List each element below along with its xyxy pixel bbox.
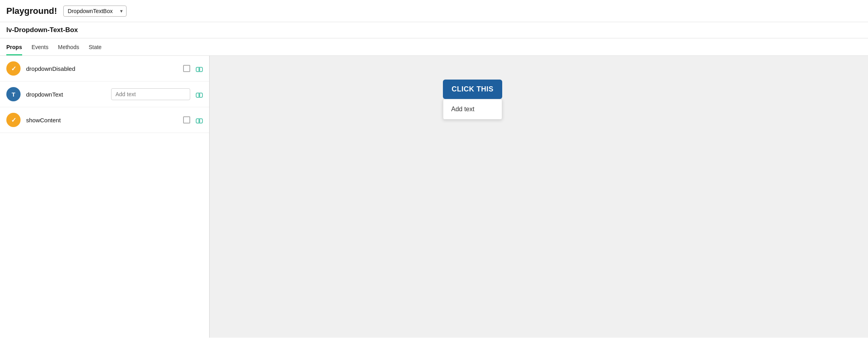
check-icon: ✓	[11, 65, 16, 72]
top-bar: Playground! DropdownTextBox ▼	[0, 0, 868, 22]
input-dropdownText[interactable]	[111, 88, 190, 100]
prop-control-dropdownText	[111, 88, 190, 100]
component-name-bar: lv-Dropdown-Text-Box	[0, 22, 868, 38]
checkbox-showContent[interactable]	[183, 116, 190, 123]
checkbox-dropdownDisabled[interactable]	[183, 65, 190, 72]
link-icon-dropdownText	[196, 91, 203, 97]
prop-control-showContent	[183, 116, 190, 123]
tabs-bar: Props Events Methods State	[0, 38, 868, 56]
badge-dropdownDisabled: ✓	[6, 61, 21, 76]
prop-label-showContent: showContent	[26, 117, 178, 123]
prop-label-dropdownDisabled: dropdownDisabled	[26, 65, 178, 72]
main-layout: ✓ dropdownDisabled T dropdownText	[0, 56, 868, 338]
click-this-button[interactable]: CLICK THIS	[443, 80, 502, 99]
prop-control-dropdownDisabled	[183, 65, 190, 72]
chain-icon-3	[196, 118, 203, 122]
dropdown-panel: Add text	[443, 99, 502, 120]
badge-showContent: ✓	[6, 113, 21, 127]
component-select-wrapper: DropdownTextBox ▼	[63, 6, 127, 17]
dropdown-panel-item[interactable]: Add text	[443, 99, 502, 119]
dropdown-widget: CLICK THIS Add text	[443, 80, 502, 120]
app-title: Playground!	[6, 6, 57, 16]
props-panel: ✓ dropdownDisabled T dropdownText	[0, 56, 210, 338]
chain-icon	[196, 66, 203, 71]
component-name: lv-Dropdown-Text-Box	[6, 26, 78, 34]
chain-icon-2	[196, 92, 203, 97]
check-icon-2: ✓	[11, 116, 16, 124]
link-icon-dropdownDisabled	[196, 66, 203, 71]
prop-row-dropdownDisabled: ✓ dropdownDisabled	[0, 56, 209, 82]
prop-row-dropdownText: T dropdownText	[0, 82, 209, 107]
link-icon-showContent	[196, 117, 203, 123]
tab-events[interactable]: Events	[32, 38, 49, 55]
tab-props[interactable]: Props	[6, 38, 22, 55]
prop-label-dropdownText: dropdownText	[26, 91, 106, 98]
prop-row-showContent: ✓ showContent	[0, 107, 209, 133]
text-badge-letter: T	[11, 91, 15, 98]
preview-panel: CLICK THIS Add text	[210, 56, 868, 338]
badge-dropdownText: T	[6, 87, 21, 101]
tab-state[interactable]: State	[89, 38, 102, 55]
component-select[interactable]: DropdownTextBox	[63, 6, 127, 17]
tab-methods[interactable]: Methods	[58, 38, 79, 55]
